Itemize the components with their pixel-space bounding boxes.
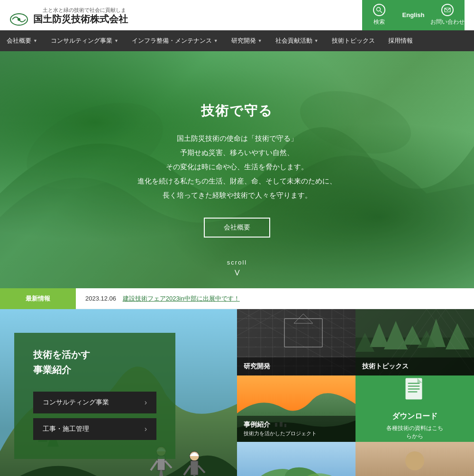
nav-item-social[interactable]: 社会貢献活動 ▼ [269, 30, 325, 51]
cases-grid-item[interactable]: 事例紹介 技術力を活かしたプロジェクト [237, 375, 356, 442]
scroll-arrow-icon: ∨ [227, 266, 247, 279]
arrow-right-icon: › [145, 398, 147, 407]
nav-item-topics[interactable]: 技術トピックス [325, 30, 382, 51]
nav-item-company[interactable]: 会社概要 ▼ [0, 30, 44, 51]
cases-label: 事例紹介 技術力を活かしたプロジェクト [237, 416, 356, 442]
photo-grid-item-1[interactable] [237, 442, 356, 476]
dropdown-arrow: ▼ [214, 38, 218, 43]
arrow-right-icon: › [145, 425, 147, 433]
header-actions: 検索 English お問い合わせ [362, 0, 465, 30]
dropdown-arrow: ▼ [114, 38, 118, 43]
business-right-grid: 研究開発 [237, 309, 474, 476]
topics-grid-item[interactable]: 技術トピックス [356, 309, 474, 375]
svg-rect-74 [408, 392, 417, 393]
search-button[interactable]: 検索 [362, 0, 396, 30]
business-left-panel: 技術を活かす 事業紹介 コンサルティング事業 › 工事・施工管理 › [0, 309, 237, 476]
news-content: 2023.12.06 建設技術フェア2023in中部に出展中です！ [76, 294, 249, 303]
photo-2-bg [356, 442, 474, 476]
construction-button[interactable]: 工事・施工管理 › [33, 418, 156, 440]
research-label: 研究開発 [237, 357, 356, 375]
nav-item-consulting[interactable]: コンサルティング事業 ▼ [44, 30, 125, 51]
nav-item-research[interactable]: 研究開発 ▼ [225, 30, 269, 51]
english-button[interactable]: English [396, 0, 430, 30]
contact-label: お問い合わせ [430, 18, 465, 26]
svg-rect-71 [408, 383, 419, 384]
svg-rect-72 [408, 386, 419, 387]
svg-rect-73 [408, 389, 419, 390]
mail-icon [441, 4, 454, 16]
business-section: 技術を活かす 事業紹介 コンサルティング事業 › 工事・施工管理 › [0, 309, 474, 476]
dropdown-arrow: ▼ [33, 38, 37, 43]
search-icon [373, 4, 385, 16]
news-label: 最新情報 [0, 288, 76, 309]
scroll-label: scroll [227, 259, 247, 266]
svg-rect-19 [191, 461, 198, 475]
english-label: English [402, 11, 425, 18]
consulting-button[interactable]: コンサルティング事業 › [33, 392, 156, 413]
svg-point-1 [18, 18, 20, 21]
contact-button[interactable]: お問い合わせ [430, 0, 465, 30]
nav-item-recruit[interactable]: 採用情報 [382, 30, 419, 51]
business-overlay: 技術を活かす 事業紹介 コンサルティング事業 › 工事・施工管理 › [14, 333, 175, 459]
news-date: 2023.12.06 [85, 295, 116, 302]
hero-content: 技術で守る 国土防災技術の使命は「技術で守る」 予期せぬ災害、移ろいやすい自然、… [118, 83, 356, 256]
news-link[interactable]: 建設技術フェア2023in中部に出展中です！ [123, 295, 240, 302]
svg-point-2 [377, 8, 381, 11]
svg-line-3 [380, 11, 382, 13]
main-nav: 会社概要 ▼ コンサルティング事業 ▼ インフラ整備・メンテナンス ▼ 研究開発… [0, 30, 474, 51]
download-grid-item[interactable]: ダウンロード 各種技術の資料はこちらから [356, 375, 474, 442]
dropdown-arrow: ▼ [258, 38, 262, 43]
site-header: 土と水と緑の技術で社会に貢献します。 国土防災技術株式会社 検索 English [0, 0, 474, 30]
logo-icon [9, 12, 28, 27]
header-logo-area: 土と水と緑の技術で社会に貢献します。 国土防災技術株式会社 [9, 4, 128, 27]
hero-cta-button[interactable]: 会社概要 [204, 218, 270, 238]
photo-1-bg [237, 442, 356, 476]
document-icon [385, 377, 445, 408]
scroll-indicator: scroll ∨ [227, 259, 247, 279]
hero-title: 技術で守る [137, 102, 337, 120]
business-overlay-title: 技術を活かす 事業紹介 [33, 347, 156, 377]
research-grid-item[interactable]: 研究開発 [237, 309, 356, 375]
hero-section: 技術で守る 国土防災技術の使命は「技術で守る」 予期せぬ災害、移ろいやすい自然、… [0, 51, 474, 288]
topics-label: 技術トピックス [356, 357, 474, 375]
hero-description: 国土防災技術の使命は「技術で守る」 予期せぬ災害、移ろいやすい自然、 その変化は… [137, 131, 337, 202]
dropdown-arrow: ▼ [314, 38, 319, 43]
svg-point-81 [405, 451, 424, 470]
tagline: 土と水と緑の技術で社会に貢献します。 [43, 7, 128, 21]
news-bar: 最新情報 2023.12.06 建設技術フェア2023in中部に出展中です！ [0, 288, 474, 309]
photo-grid-item-2[interactable] [356, 442, 474, 476]
download-content: ダウンロード 各種技術の資料はこちらから [385, 377, 445, 440]
nav-item-infra[interactable]: インフラ整備・メンテナンス ▼ [125, 30, 225, 51]
search-label: 検索 [374, 18, 385, 26]
